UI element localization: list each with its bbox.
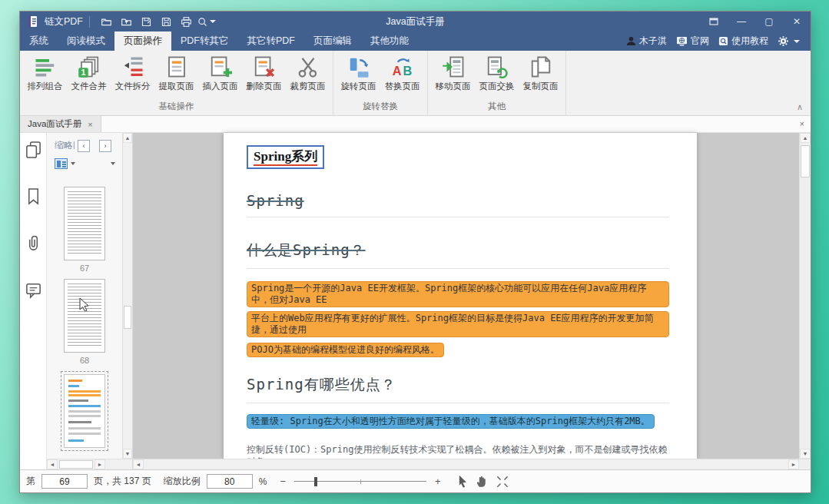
swap-pages-button[interactable]: 页面交换 — [475, 55, 519, 92]
doc-h1: Spring系列 — [254, 149, 317, 166]
hand-tool-icon[interactable] — [475, 474, 490, 489]
menu-bar: 系统 阅读模式 页面操作 PDF转其它 其它转PDF 页面编辑 其他功能 木子淇… — [20, 32, 811, 51]
doc-h1-annotation-box[interactable]: Spring系列 — [247, 145, 324, 169]
thumbnail-panel-header: 缩略图 ‹ › — [47, 133, 132, 152]
menu-item-read-mode[interactable]: 阅读模式 — [58, 32, 114, 51]
arrange-pages-button[interactable]: 排列组合 — [23, 55, 67, 92]
delete-pages-button[interactable]: 删除页面 — [242, 55, 286, 92]
menu-item-page-edit[interactable]: 页面编辑 — [304, 32, 361, 51]
tab-close-icon[interactable]: × — [88, 120, 92, 129]
thumbnail-vertical-scrollbar[interactable]: ▲ ▼ — [122, 133, 132, 459]
menu-item-system[interactable]: 系统 — [20, 32, 58, 51]
menu-item-page-operations[interactable]: 页面操作 — [114, 32, 171, 51]
pdf-page[interactable]: Spring系列 Spring 什么是Spring？ Spring是一个开源的J… — [224, 133, 697, 459]
user-icon — [626, 36, 636, 46]
comments-panel-button[interactable] — [25, 281, 42, 302]
delete-icon — [253, 55, 276, 78]
thumbnail-page-68[interactable] — [64, 279, 105, 353]
scrollbar-corner — [799, 459, 811, 469]
app-name: 链文PDF — [45, 15, 83, 28]
doc-h2-advantages: Spring有哪些优点？ — [247, 375, 669, 395]
attachments-panel-button[interactable] — [25, 234, 42, 255]
scroll-right-icon[interactable]: ► — [788, 459, 799, 469]
navigation-icon-strip — [20, 133, 47, 469]
title-bar: 链文PDF Java面试手册 — [20, 12, 811, 32]
thumbnail-page-67[interactable] — [64, 187, 105, 260]
scroll-up-icon[interactable]: ▲ — [123, 133, 132, 143]
crop-pages-button[interactable]: 裁剪页面 — [286, 55, 330, 92]
thumbnail-prev-button[interactable]: ‹ — [78, 140, 90, 152]
mouse-cursor — [79, 297, 90, 311]
insert-icon — [209, 55, 232, 78]
zoom-label: 缩放比例 — [164, 475, 201, 488]
ribbon-group-label-basic: 基础操作 — [23, 98, 330, 115]
document-vertical-scrollbar[interactable]: ▲ ▼ — [799, 133, 811, 459]
panel-options-caret-icon[interactable] — [111, 162, 115, 165]
scroll-down-icon[interactable]: ▼ — [123, 449, 132, 459]
swap-icon — [486, 55, 509, 78]
maximize-button[interactable]: ▢ — [755, 12, 783, 32]
desktop-background: 链文PDF Java面试手册 — [0, 0, 829, 504]
document-horizontal-scrollbar[interactable]: ◄ ► — [133, 459, 799, 469]
thumbnails-panel-button[interactable] — [25, 141, 42, 161]
split-file-button[interactable]: 文件拆分 — [111, 55, 154, 92]
scroll-left-icon[interactable]: ◄ — [47, 459, 58, 469]
zoom-out-button[interactable]: − — [277, 476, 288, 487]
zoom-menu-icon[interactable] — [196, 14, 216, 29]
doc-paragraph-highlighted-orange: Spring是一个开源的Java EE开发框架。Spring框架的核心功能可以应… — [247, 281, 669, 361]
scroll-up-icon[interactable]: ▲ — [800, 133, 811, 143]
orange-highlight-line: POJO为基础的编程模型促进良好的编程风格。 — [247, 343, 444, 357]
document-tab-bar: Java面试手册 × × — [20, 116, 811, 133]
replace-pages-button[interactable]: AB 替换页面 — [380, 55, 424, 92]
scroll-down-icon[interactable]: ▼ — [800, 449, 811, 459]
official-site-button[interactable]: 官网 — [673, 35, 712, 48]
thumbnail-next-button[interactable]: › — [99, 140, 111, 152]
ribbon-collapse-button[interactable]: ∧ — [797, 102, 803, 112]
rotate-icon — [347, 55, 370, 78]
menu-item-other-to-pdf[interactable]: 其它转PDF — [238, 32, 305, 51]
copy-pages-button[interactable]: 复制页面 — [519, 55, 562, 92]
zoom-slider-knob[interactable] — [314, 477, 317, 486]
settings-button[interactable] — [774, 35, 803, 47]
merge-icon: 1 — [78, 55, 101, 78]
save-icon[interactable] — [156, 14, 176, 29]
rotate-pages-button[interactable]: 旋转页面 — [337, 55, 380, 92]
open-file-icon[interactable] — [96, 14, 116, 29]
skin-button[interactable] — [700, 12, 728, 32]
scroll-left-icon[interactable]: ◄ — [133, 459, 144, 469]
list-view-caret-icon[interactable] — [71, 162, 75, 165]
select-tool-icon[interactable] — [455, 474, 470, 489]
list-view-icon[interactable] — [55, 158, 68, 169]
thumbnail-page-69-selected[interactable] — [61, 371, 108, 451]
minimize-button[interactable]: — — [728, 12, 755, 32]
account-button[interactable]: 木子淇 — [623, 35, 670, 48]
scroll-right-icon[interactable]: ► — [95, 459, 105, 469]
settings-caret-icon — [794, 40, 800, 43]
ribbon-group-basic: 排列组合 1 文件合并 文件拆分 提取页面 — [20, 51, 333, 115]
print-icon[interactable] — [176, 14, 196, 29]
insert-pages-button[interactable]: 插入页面 — [198, 55, 242, 92]
move-pages-button[interactable]: 移动页面 — [431, 55, 475, 92]
extract-pages-button[interactable]: 提取页面 — [154, 55, 198, 92]
document-tab[interactable]: Java面试手册 × — [20, 116, 101, 132]
zoom-value-input[interactable] — [207, 474, 253, 489]
thumbnail-horizontal-scrollbar[interactable]: ◄ ► — [47, 459, 132, 469]
copy-icon — [529, 55, 552, 78]
menu-item-pdf-to-other[interactable]: PDF转其它 — [171, 32, 238, 51]
svg-text:1: 1 — [81, 68, 85, 77]
bookmarks-panel-button[interactable] — [25, 187, 42, 208]
fit-page-icon[interactable] — [495, 474, 510, 489]
app-window: 链文PDF Java面试手册 — [19, 11, 811, 493]
tutorial-button[interactable]: 使用教程 — [715, 35, 771, 48]
ribbon-toolbar: 排列组合 1 文件合并 文件拆分 提取页面 — [20, 51, 811, 116]
extract-icon — [165, 55, 188, 78]
save-as-icon[interactable] — [136, 14, 156, 29]
tabbar-close-icon[interactable]: × — [800, 119, 804, 128]
page-number-input[interactable] — [41, 474, 88, 489]
close-button[interactable]: ✕ — [783, 12, 811, 32]
zoom-in-button[interactable]: + — [433, 476, 443, 487]
menu-item-other-functions[interactable]: 其他功能 — [361, 32, 418, 51]
zoom-slider[interactable] — [294, 476, 426, 487]
import-file-icon[interactable] — [116, 14, 136, 29]
merge-files-button[interactable]: 1 文件合并 — [67, 55, 111, 92]
